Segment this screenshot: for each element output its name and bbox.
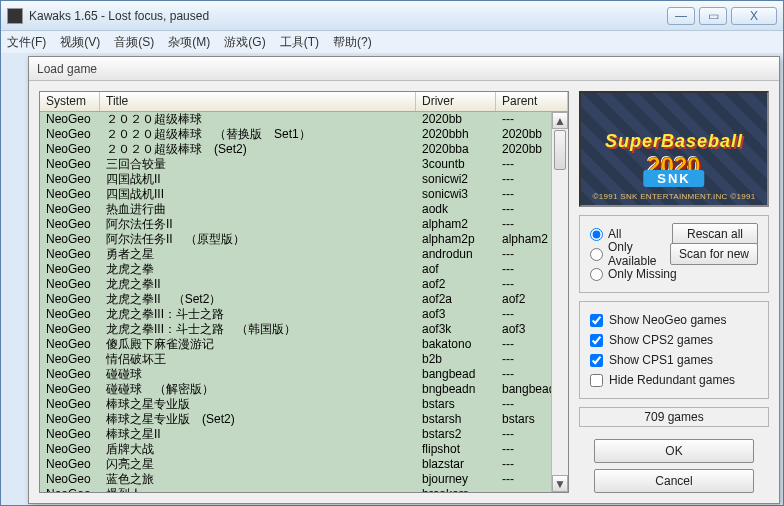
table-row[interactable]: NeoGeo龙虎之拳III：斗士之路 （韩国版）aof3kaof3 xyxy=(40,322,568,337)
table-row[interactable]: NeoGeo四国战机IIsonicwi2--- xyxy=(40,172,568,187)
table-row[interactable]: NeoGeo阿尔法任务II （原型版）alpham2palpham2 xyxy=(40,232,568,247)
check-cps2[interactable] xyxy=(590,334,603,347)
table-row[interactable]: NeoGeo蓝色之旅bjourney--- xyxy=(40,472,568,487)
dialog-title: Load game xyxy=(29,57,779,81)
rescan-button[interactable]: Rescan all xyxy=(672,223,758,245)
col-title[interactable]: Title xyxy=(100,92,416,111)
show-panel: Show NeoGeo games Show CPS2 games Show C… xyxy=(579,301,769,399)
radio-all[interactable] xyxy=(590,228,603,241)
menu-file[interactable]: 文件(F) xyxy=(7,34,46,51)
radio-available[interactable] xyxy=(590,248,603,261)
col-driver[interactable]: Driver xyxy=(416,92,496,111)
scrollbar[interactable]: ▲ ▼ xyxy=(551,112,568,492)
table-row[interactable]: NeoGeo四国战机IIIsonicwi3--- xyxy=(40,187,568,202)
scroll-thumb[interactable] xyxy=(554,130,566,170)
radio-missing[interactable] xyxy=(590,268,603,281)
table-row[interactable]: NeoGeo碰碰球bangbead--- xyxy=(40,367,568,382)
label-cps2: Show CPS2 games xyxy=(609,333,713,347)
maximize-button[interactable]: ▭ xyxy=(699,7,727,25)
game-list: System Title Driver Parent NeoGeo２０２０超级棒… xyxy=(39,91,569,493)
table-row[interactable]: NeoGeo２０２０超级棒球 (Set2)2020bba2020bb xyxy=(40,142,568,157)
label-cps1: Show CPS1 games xyxy=(609,353,713,367)
label-available: Only Available xyxy=(608,240,665,268)
menu-video[interactable]: 视频(V) xyxy=(60,34,100,51)
label-missing: Only Missing xyxy=(608,267,758,281)
load-game-dialog: Load game System Title Driver Parent Neo… xyxy=(28,56,780,504)
check-cps1[interactable] xyxy=(590,354,603,367)
rows-container: NeoGeo２０２０超级棒球2020bb---NeoGeo２０２０超级棒球 （替… xyxy=(40,112,568,492)
table-row[interactable]: NeoGeo热血进行曲aodk--- xyxy=(40,202,568,217)
table-row[interactable]: NeoGeo情侣破坏王b2b--- xyxy=(40,352,568,367)
window-title: Kawaks 1.65 - Lost focus, paused xyxy=(29,9,667,23)
table-row[interactable]: NeoGeo２０２０超级棒球 （替换版 Set1）2020bbh2020bb xyxy=(40,127,568,142)
table-row[interactable]: NeoGeo傻瓜殿下麻雀漫游记bakatono--- xyxy=(40,337,568,352)
table-row[interactable]: NeoGeo爆烈人breakers--- xyxy=(40,487,568,492)
menu-game[interactable]: 游戏(G) xyxy=(224,34,265,51)
table-row[interactable]: NeoGeo龙虎之拳aof--- xyxy=(40,262,568,277)
menu-tools[interactable]: 工具(T) xyxy=(280,34,319,51)
table-row[interactable]: NeoGeo三回合较量3countb--- xyxy=(40,157,568,172)
table-row[interactable]: NeoGeo闪亮之星blazstar--- xyxy=(40,457,568,472)
app-icon xyxy=(7,8,23,24)
preview-copyright: ©1991 SNK ENTERTAINMENT.INC ©1991 xyxy=(581,192,767,201)
ok-button[interactable]: OK xyxy=(594,439,754,463)
table-row[interactable]: NeoGeo２０２０超级棒球2020bb--- xyxy=(40,112,568,127)
table-row[interactable]: NeoGeo棒球之星IIbstars2--- xyxy=(40,427,568,442)
column-headers: System Title Driver Parent xyxy=(40,92,568,112)
scan-new-button[interactable]: Scan for new xyxy=(670,243,758,265)
label-hide-redundant: Hide Redundant games xyxy=(609,373,735,387)
menu-help[interactable]: 帮助(?) xyxy=(333,34,372,51)
titlebar: Kawaks 1.65 - Lost focus, paused — ▭ X xyxy=(1,1,783,31)
cancel-button[interactable]: Cancel xyxy=(594,469,754,493)
table-row[interactable]: NeoGeo龙虎之拳III：斗士之路aof3--- xyxy=(40,307,568,322)
minimize-button[interactable]: — xyxy=(667,7,695,25)
menu-misc[interactable]: 杂项(M) xyxy=(168,34,210,51)
check-hide-redundant[interactable] xyxy=(590,374,603,387)
filter-panel: All Rescan all Only Available Scan for n… xyxy=(579,215,769,293)
side-panel: SuperBaseball 2020 SNK ©1991 SNK ENTERTA… xyxy=(579,91,769,493)
check-neogeo[interactable] xyxy=(590,314,603,327)
table-row[interactable]: NeoGeo阿尔法任务IIalpham2--- xyxy=(40,217,568,232)
scroll-up-button[interactable]: ▲ xyxy=(552,112,568,129)
label-neogeo: Show NeoGeo games xyxy=(609,313,726,327)
preview-title-1: SuperBaseball xyxy=(587,131,761,152)
table-row[interactable]: NeoGeo龙虎之拳II （Set2）aof2aaof2 xyxy=(40,292,568,307)
table-row[interactable]: NeoGeo龙虎之拳IIaof2--- xyxy=(40,277,568,292)
close-button[interactable]: X xyxy=(731,7,777,25)
game-count: 709 games xyxy=(579,407,769,427)
table-row[interactable]: NeoGeo碰碰球 （解密版）bngbeadnbangbead xyxy=(40,382,568,397)
menubar: 文件(F) 视频(V) 音频(S) 杂项(M) 游戏(G) 工具(T) 帮助(?… xyxy=(1,31,783,53)
table-row[interactable]: NeoGeo棒球之星专业版bstars--- xyxy=(40,397,568,412)
scroll-down-button[interactable]: ▼ xyxy=(552,475,568,492)
table-row[interactable]: NeoGeo盾牌大战flipshot--- xyxy=(40,442,568,457)
table-row[interactable]: NeoGeo棒球之星专业版 (Set2)bstarshbstars xyxy=(40,412,568,427)
game-preview: SuperBaseball 2020 SNK ©1991 SNK ENTERTA… xyxy=(579,91,769,207)
menu-audio[interactable]: 音频(S) xyxy=(114,34,154,51)
col-system[interactable]: System xyxy=(40,92,100,111)
label-all: All xyxy=(608,227,667,241)
preview-brand: SNK xyxy=(643,170,704,187)
col-parent[interactable]: Parent xyxy=(496,92,568,111)
table-row[interactable]: NeoGeo勇者之星androdun--- xyxy=(40,247,568,262)
